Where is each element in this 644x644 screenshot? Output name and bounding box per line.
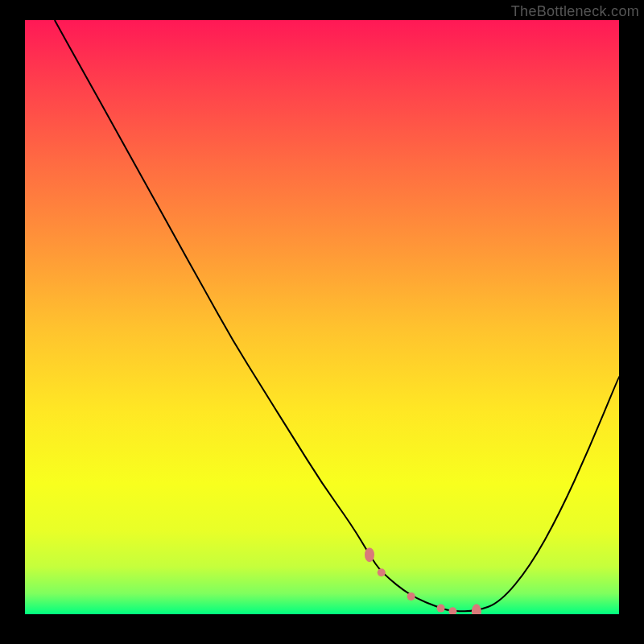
optimal-marker-group	[365, 547, 481, 614]
optimal-marker	[437, 605, 445, 613]
optimal-marker	[365, 547, 374, 562]
watermark-text: TheBottleneck.com	[511, 3, 639, 20]
bottleneck-curve-path	[55, 20, 619, 611]
optimal-marker	[448, 607, 456, 614]
chart-plot-area	[25, 20, 619, 614]
chart-svg	[25, 20, 619, 614]
optimal-marker	[378, 568, 386, 576]
optimal-marker	[472, 604, 481, 614]
optimal-marker	[407, 592, 415, 601]
